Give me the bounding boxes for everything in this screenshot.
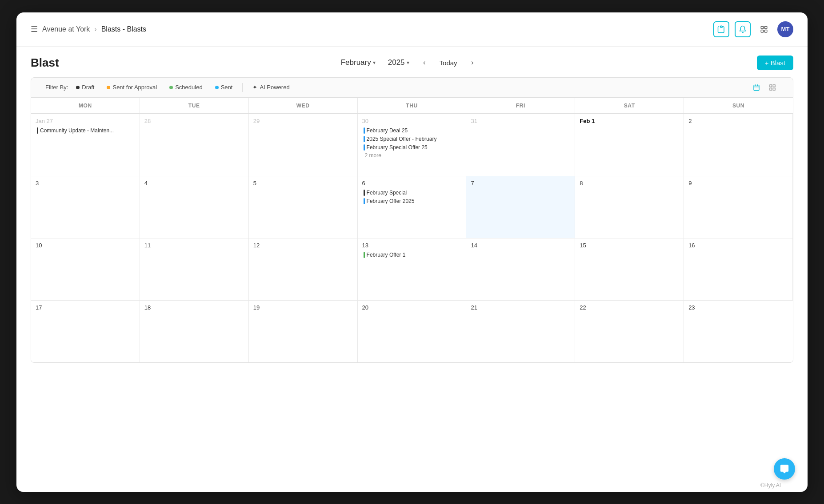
calendar-cell[interactable]: 31 — [466, 114, 575, 176]
calendar-cell[interactable]: 12 — [249, 238, 358, 300]
day-number: 7 — [471, 180, 570, 187]
prev-month-button[interactable]: ‹ — [418, 56, 431, 69]
clipboard-button[interactable] — [713, 21, 729, 37]
calendar-cell[interactable]: 21 — [466, 300, 575, 362]
breadcrumb-separator: › — [94, 25, 96, 33]
page-title: Blast — [31, 56, 59, 70]
calendar-cell[interactable]: 10 — [31, 238, 140, 300]
event-item[interactable]: 2025 Special Offer - February — [362, 135, 462, 143]
filter-sent[interactable]: Sent — [211, 82, 237, 92]
event-label: February Offer 1 — [367, 252, 406, 258]
svg-rect-2 — [761, 26, 763, 28]
calendar-cell[interactable]: 4 — [140, 176, 249, 238]
day-header-sat: SAT — [575, 98, 684, 113]
calendar-cell[interactable]: 13February Offer 1 — [358, 238, 467, 300]
filter-ai[interactable]: ✦ AI Powered — [248, 82, 294, 92]
event-label: February Offer 2025 — [367, 198, 415, 204]
more-events-link[interactable]: 2 more — [362, 152, 462, 159]
calendar-cell[interactable]: 29 — [249, 114, 358, 176]
watermark: ©Hyly.AI — [760, 482, 781, 488]
grid-icon — [760, 25, 768, 33]
calendar-cell[interactable]: 28 — [140, 114, 249, 176]
day-number: 18 — [144, 304, 244, 311]
page-header: Blast February ▾ 2025 ▾ ‹ Today › + Blas… — [16, 47, 808, 77]
filter-bar: Filter By: Draft Sent for Approval Sched… — [31, 77, 793, 98]
calendar-cell[interactable]: Feb 1 — [575, 114, 684, 176]
day-number: 21 — [471, 304, 570, 311]
calendar-cell[interactable]: 18 — [140, 300, 249, 362]
calendar-cell[interactable]: 20 — [358, 300, 467, 362]
calendar-body: Jan 27Community Update - Mainten...28293… — [31, 113, 793, 362]
calendar-view-button[interactable] — [750, 81, 763, 94]
event-bar — [364, 252, 365, 258]
bell-icon — [739, 25, 747, 33]
calendar-cell[interactable]: 2 — [684, 114, 793, 176]
svg-rect-1 — [720, 26, 723, 27]
bell-button[interactable] — [735, 21, 751, 37]
calendar-cell[interactable]: 30February Deal 252025 Special Offer - F… — [358, 114, 467, 176]
day-number: 28 — [144, 118, 244, 124]
next-month-button[interactable]: › — [466, 56, 479, 69]
event-bar — [364, 144, 365, 151]
day-number: 8 — [580, 180, 679, 187]
calendar-cell[interactable]: 3 — [31, 176, 140, 238]
calendar-cell[interactable]: 5 — [249, 176, 358, 238]
day-number: 31 — [471, 118, 570, 124]
grid-view-icon — [769, 84, 776, 91]
svg-rect-6 — [754, 85, 759, 90]
day-number: 19 — [253, 304, 353, 311]
draft-label: Draft — [82, 84, 94, 91]
calendar-navigation: February ▾ 2025 ▾ ‹ Today › — [337, 56, 479, 69]
calendar-cell[interactable]: 11 — [140, 238, 249, 300]
chat-button[interactable] — [774, 458, 795, 480]
scheduled-dot — [169, 86, 173, 89]
day-number: 14 — [471, 242, 570, 249]
year-selector[interactable]: 2025 ▾ — [384, 56, 413, 69]
sent-dot — [215, 86, 219, 89]
add-blast-button[interactable]: + Blast — [757, 56, 793, 70]
day-number: 20 — [362, 304, 462, 311]
event-item[interactable]: February Special Offer 25 — [362, 144, 462, 151]
calendar-cell[interactable]: 15 — [575, 238, 684, 300]
grid-view-button[interactable] — [766, 81, 779, 94]
calendar-cell[interactable]: 7 — [466, 176, 575, 238]
svg-rect-5 — [765, 30, 767, 32]
avatar[interactable]: MT — [777, 21, 793, 37]
breadcrumb-current: Blasts - Blasts — [101, 25, 146, 33]
calendar-cell[interactable]: 6February SpecialFebruary Offer 2025 — [358, 176, 467, 238]
calendar-cell[interactable]: 8 — [575, 176, 684, 238]
event-item[interactable]: February Offer 2025 — [362, 198, 462, 205]
day-number: 30 — [362, 118, 462, 124]
event-item[interactable]: February Deal 25 — [362, 127, 462, 134]
calendar-cell[interactable]: 19 — [249, 300, 358, 362]
calendar-cell[interactable]: 16 — [684, 238, 793, 300]
day-header-sun: SUN — [684, 98, 793, 113]
month-chevron-icon: ▾ — [373, 60, 376, 66]
day-number: 15 — [580, 242, 679, 249]
event-item[interactable]: February Special — [362, 189, 462, 196]
svg-rect-11 — [773, 85, 775, 87]
calendar-cell[interactable]: 17 — [31, 300, 140, 362]
day-number: 10 — [36, 242, 135, 249]
calendar-cell[interactable]: 14 — [466, 238, 575, 300]
today-button[interactable]: Today — [432, 56, 464, 69]
ai-icon: ✦ — [252, 84, 257, 91]
filter-scheduled[interactable]: Scheduled — [165, 82, 207, 92]
calendar-cell[interactable]: 9 — [684, 176, 793, 238]
month-selector[interactable]: February ▾ — [337, 56, 379, 69]
event-bar — [364, 198, 365, 204]
event-label: 2025 Special Offer - February — [367, 136, 437, 142]
calendar-cell[interactable]: Jan 27Community Update - Mainten... — [31, 114, 140, 176]
svg-rect-4 — [761, 30, 763, 32]
day-number: 3 — [36, 180, 135, 187]
day-number: Jan 27 — [36, 118, 135, 124]
breadcrumb-app[interactable]: Avenue at York — [42, 25, 90, 33]
event-item[interactable]: Community Update - Mainten... — [36, 127, 135, 134]
calendar-cell[interactable]: 23 — [684, 300, 793, 362]
filter-draft[interactable]: Draft — [72, 82, 99, 92]
event-item[interactable]: February Offer 1 — [362, 251, 462, 258]
grid-button[interactable] — [756, 21, 772, 37]
filter-sent-approval[interactable]: Sent for Approval — [102, 82, 161, 92]
hamburger-icon[interactable]: ☰ — [31, 24, 38, 34]
calendar-cell[interactable]: 22 — [575, 300, 684, 362]
